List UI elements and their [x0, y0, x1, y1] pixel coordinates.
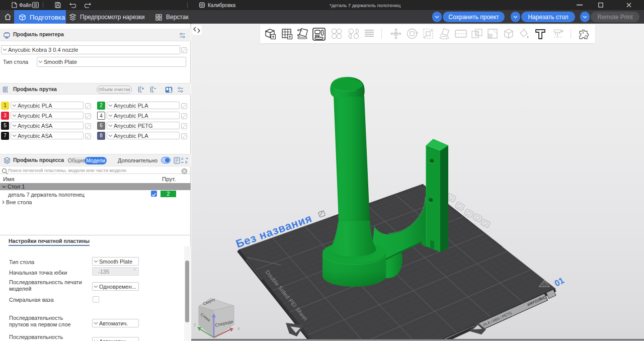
svg-text:A: A — [181, 157, 184, 160]
svg-text:MTL: MTL — [297, 29, 302, 32]
svg-text:01: 01 — [553, 276, 566, 289]
svg-text:y: y — [194, 322, 196, 327]
svg-text:x: x — [237, 326, 240, 331]
svg-text:B: B — [185, 160, 187, 164]
